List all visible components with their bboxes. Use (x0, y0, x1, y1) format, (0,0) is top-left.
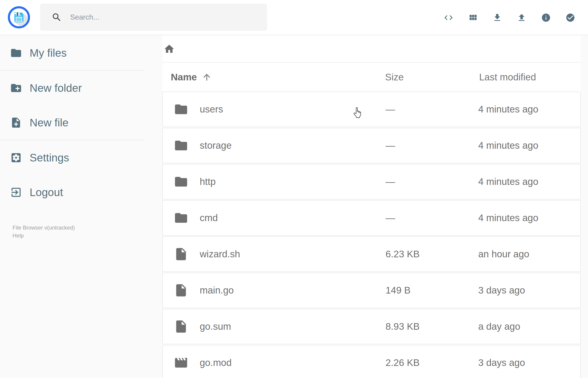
file-name: http (200, 176, 216, 187)
file-name: storage (200, 140, 232, 151)
app-version: File Browser v(untracked) (13, 224, 162, 231)
sidebar-item-new-folder[interactable]: New folder (0, 71, 162, 105)
sidebar-item-my-files[interactable]: My files (0, 36, 162, 70)
download-icon (492, 13, 502, 23)
file-modified: 4 minutes ago (478, 213, 538, 223)
movie-icon (174, 355, 188, 370)
sidebar-footer: File Browser v(untracked) Help (13, 224, 162, 240)
folder-plus-icon (10, 82, 22, 94)
sidebar-item-label: Logout (30, 186, 63, 199)
folder-icon (174, 138, 188, 153)
toolbar-actions (436, 0, 583, 35)
file-modified: 4 minutes ago (478, 104, 538, 115)
column-header-size[interactable]: Size (385, 72, 404, 83)
file-name: cmd (200, 213, 218, 223)
download-button[interactable] (485, 0, 509, 35)
file-name: wizard.sh (200, 249, 240, 260)
select-multiple-button[interactable] (558, 0, 583, 35)
upload-icon (517, 13, 526, 23)
listing-header: Name Size Last modified (162, 63, 581, 92)
top-bar (0, 0, 588, 35)
file-size: — (386, 213, 395, 223)
file-plus-icon (10, 117, 22, 129)
file-modified: an hour ago (478, 249, 529, 260)
file-name: go.mod (200, 357, 232, 368)
file-size: 8.93 KB (386, 321, 419, 332)
table-row[interactable]: main.go 149 B 3 days ago (162, 272, 581, 308)
table-row[interactable]: go.mod 2.26 KB 3 days ago (162, 345, 581, 378)
folder-icon (174, 102, 188, 117)
file-modified: a day ago (478, 321, 520, 332)
help-link[interactable]: Help (13, 231, 162, 240)
home-icon[interactable] (163, 43, 175, 55)
table-row[interactable]: storage — 4 minutes ago (162, 128, 581, 163)
folder-icon (10, 47, 22, 59)
sidebar-item-label: Settings (30, 151, 69, 164)
sidebar-item-settings[interactable]: Settings (0, 140, 162, 175)
table-row[interactable]: users — 4 minutes ago (162, 92, 581, 127)
info-icon (541, 13, 551, 23)
logout-icon (10, 186, 22, 198)
column-header-modified[interactable]: Last modified (479, 72, 536, 83)
folder-icon (174, 211, 188, 225)
file-name: users (200, 104, 223, 115)
file-name: go.sum (200, 321, 231, 332)
code-icon (444, 13, 454, 23)
folder-icon (174, 175, 188, 189)
search-bar (40, 4, 267, 31)
file-icon (174, 283, 188, 298)
file-name: main.go (200, 285, 234, 296)
table-row[interactable]: go.sum 8.93 KB a day ago (162, 309, 581, 344)
file-modified: 3 days ago (478, 285, 525, 296)
app-logo[interactable] (8, 6, 30, 29)
file-listing: users — 4 minutes ago storage — 4 minute… (162, 92, 581, 378)
code-view-button[interactable] (436, 0, 461, 35)
gear-icon (10, 152, 22, 164)
sidebar-item-logout[interactable]: Logout (0, 175, 162, 209)
file-size: — (386, 176, 395, 187)
main-panel: Name Size Last modified users — 4 minute… (162, 36, 581, 378)
file-modified: 4 minutes ago (478, 176, 538, 187)
sort-ascending-icon (202, 72, 212, 82)
file-icon (174, 247, 188, 261)
search-input[interactable] (70, 13, 243, 21)
sidebar-item-new-file[interactable]: New file (0, 105, 162, 140)
check-circle-icon (565, 13, 575, 23)
column-header-name[interactable]: Name (171, 72, 212, 83)
table-row[interactable]: cmd — 4 minutes ago (162, 200, 581, 236)
file-size: — (386, 140, 395, 151)
file-size: 2.26 KB (386, 357, 419, 368)
file-size: 6.23 KB (386, 249, 419, 260)
search-icon (52, 12, 62, 23)
sidebar: My files New folder New file Settings Lo… (0, 36, 162, 240)
file-size: 149 B (386, 285, 411, 296)
sidebar-item-label: New folder (30, 82, 82, 94)
upload-button[interactable] (509, 0, 534, 35)
table-row[interactable]: http — 4 minutes ago (162, 164, 581, 200)
file-modified: 3 days ago (478, 357, 525, 368)
breadcrumb (162, 36, 581, 63)
file-size: — (386, 104, 395, 115)
sidebar-item-label: New file (30, 116, 68, 129)
file-modified: 4 minutes ago (478, 140, 538, 151)
grid-view-button[interactable] (461, 0, 485, 35)
sidebar-item-label: My files (30, 47, 67, 59)
grid-view-icon (468, 13, 478, 23)
table-row[interactable]: wizard.sh 6.23 KB an hour ago (162, 236, 581, 272)
info-button[interactable] (534, 0, 558, 35)
file-icon (174, 319, 188, 334)
